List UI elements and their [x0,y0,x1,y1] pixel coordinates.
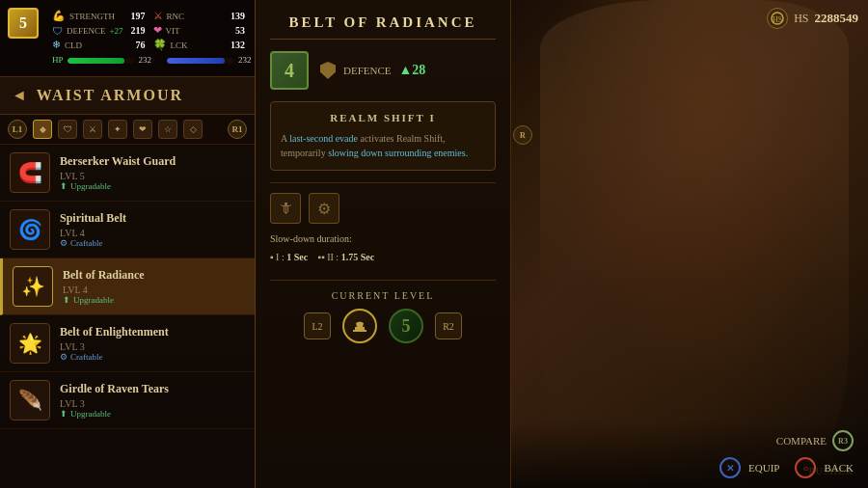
back-control[interactable]: ○ BACK [795,457,854,478]
defence-stat-label: DEFENCE [67,26,106,36]
filter-all[interactable]: ◆ [33,120,52,139]
r3-button[interactable]: R3 [832,430,854,451]
lck-value: 132 [231,40,245,50]
filter-type5[interactable]: ◇ [183,120,203,139]
armor-status-0: ⬆ Upgradable [60,181,245,191]
list-item[interactable]: 🧲 Berserker Waist Guard LVL 5 ⬆ Upgradab… [0,145,255,202]
svg-text:HS: HS [773,15,782,24]
r-badge-detail: R [513,125,532,145]
armor-icon-4: 🪶 [10,380,50,420]
armor-info-1: Spiritual Belt LVL 4 ⚙ Craftable [60,211,245,248]
l2-btn[interactable]: L2 [304,312,331,339]
armor-name-4: Girdle of Raven Tears [60,382,245,396]
list-item[interactable]: ✨ Belt of Radiance LVL 4 ⬆ Upgradable [0,258,255,315]
prev-section-arrow[interactable]: ◄ [12,87,29,104]
divider [270,182,496,183]
armor-icon-3: 🌟 [10,323,50,364]
item-level-badge: 4 [270,51,309,90]
cld-value: 76 [136,40,146,50]
armor-level-4: LVL 3 [60,398,245,409]
filter-type3[interactable]: ❤ [133,120,152,139]
hs-label: HS [794,12,808,26]
hs-symbol-icon: HS [771,12,784,25]
defence-icon [320,62,336,79]
stat-defence: 🛡 DEFENCE +27 219 [52,24,146,37]
equip-control[interactable]: ✕ EQUIP [719,457,779,478]
compare-control[interactable]: COMPARE R3 [776,430,854,451]
armor-level-2: LVL 4 [63,285,245,295]
next-level-display: 5 [389,309,423,343]
section-title-text: WAIST ARMOUR [37,87,183,104]
armor-icon-1: 🌀 [10,209,50,250]
armor-name-0: Berserker Waist Guard [60,154,245,169]
armor-name-3: Belt of Enlightenment [60,325,245,339]
slow-label: Slow-down duration: [270,231,496,247]
armor-info-0: Berserker Waist Guard LVL 5 ⬆ Upgradable [60,154,245,191]
left-panel: 5 💪 STRENGTH 197 ⚔ RNC 139 🛡 [0,0,256,488]
perk-description: A last-second evade activates Realm Shif… [281,131,485,160]
filter-type1[interactable]: ⚔ [83,120,102,139]
slow-info: Slow-down duration: ▪ I : 1 Sec ▪▪ II : … [270,231,496,265]
o-button[interactable]: ○ [795,457,816,478]
level-selector: L2 5 R2 [270,309,496,343]
defence-label: DEFENCE [343,65,392,76]
filter-type4[interactable]: ☆ [158,120,177,139]
list-item[interactable]: 🌀 Spiritual Belt LVL 4 ⚙ Craftable [0,202,255,258]
defence-stat-value: 219 [131,25,146,36]
filter-bar: L1 ◆ 🛡 ⚔ ✦ ❤ ☆ ◇ R1 [0,115,255,145]
right-panel: HS HS 2288549 R COMPARE R3 ✕ EQUIP ○ BAC… [511,0,868,488]
current-level-section: CURRENT LEVEL L2 5 R2 [270,280,496,343]
armor-name-1: Spiritual Belt [60,211,245,226]
filter-type2[interactable]: ✦ [108,120,127,139]
section-title: ◄ WAIST ARMOUR [0,77,255,115]
anvil-icon [350,316,369,336]
hs-value: 2288549 [815,11,859,26]
stat-lck: 🍀 LCK 132 [153,39,245,51]
compare-label: COMPARE [776,435,827,447]
filter-defence[interactable]: 🛡 [58,120,77,139]
stat-rnc: ⚔ RNC 139 [153,10,245,22]
hs-icon: HS [767,8,788,29]
cld-label: CLD [65,41,82,50]
armor-status-3: ⚙ Craftable [60,352,245,362]
back-label: BACK [824,462,854,474]
equip-label: EQUIP [748,462,779,474]
armor-name-2: Belt of Radiance [63,268,245,283]
stat-strength: 💪 STRENGTH 197 [52,10,146,22]
armor-status-4: ⬆ Upgradable [60,409,245,419]
stat-vit: ❤ VIT 53 [153,24,245,37]
current-level-display [342,309,377,343]
current-level-title: CURRENT LEVEL [270,280,496,301]
armor-level-1: LVL 4 [60,228,245,238]
list-item[interactable]: 🪶 Girdle of Raven Tears LVL 3 ⬆ Upgradab… [0,372,255,429]
bottom-controls: COMPARE R3 ✕ EQUIP ○ BACK [511,420,868,488]
item-title: BELT OF RADIANCE [270,14,496,40]
player-level-badge: 5 [8,8,39,39]
item-header: 4 DEFENCE ▲28 [270,51,496,90]
armor-status-1: ⚙ Craftable [60,238,245,248]
stat-cld: ❄ CLD 76 [52,39,146,51]
armor-icon-2: ✨ [13,266,53,307]
stats-bar: 5 💪 STRENGTH 197 ⚔ RNC 139 🛡 [0,0,255,77]
armor-info-3: Belt of Enlightenment LVL 3 ⚙ Craftable [60,325,245,362]
vit-value: 53 [235,25,245,36]
defence-bonus: +27 [110,26,123,36]
vit-label: VIT [166,26,180,36]
middle-panel: BELT OF RADIANCE 4 DEFENCE ▲28 REALM SHI… [256,0,511,488]
strength-label: STRENGTH [69,12,115,21]
perk-title: REALM SHIFT I [281,112,485,123]
armor-info-4: Girdle of Raven Tears LVL 3 ⬆ Upgradable [60,382,245,419]
x-button[interactable]: ✕ [719,457,741,478]
rnc-label: RNC [167,12,185,21]
perk-icons: 🗡 ⚙ [270,193,496,224]
r1-badge[interactable]: R1 [228,120,247,139]
armor-level-0: LVL 5 [60,171,245,181]
l1-badge[interactable]: L1 [8,120,27,139]
defence-value: ▲28 [399,63,426,78]
strength-value: 197 [131,11,146,21]
perk-icon-1: 🗡 [270,193,301,224]
item-defence: DEFENCE ▲28 [320,62,425,79]
armor-info-2: Belt of Radiance LVL 4 ⬆ Upgradable [63,268,245,305]
r2-btn[interactable]: R2 [435,312,462,339]
list-item[interactable]: 🌟 Belt of Enlightenment LVL 3 ⚙ Craftabl… [0,315,255,372]
